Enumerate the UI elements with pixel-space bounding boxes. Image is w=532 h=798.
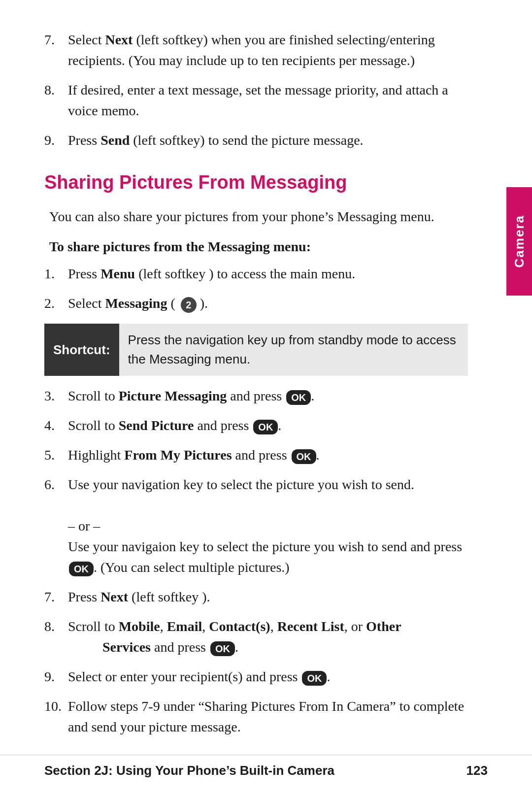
list-content: Press Send (left softkey) to send the pi… [68, 130, 468, 151]
side-tab: Camera [506, 187, 532, 296]
list-number: 9. [44, 130, 68, 151]
footer-right: 123 [466, 763, 488, 778]
bold-text: Send [100, 133, 130, 148]
list-number: 8. [44, 616, 68, 658]
list-number: 6. [44, 474, 68, 578]
footer-left: Section 2J: Using Your Phone’s Built-in … [44, 763, 334, 778]
list-item: 4. Scroll to Send Picture and press OK. [44, 415, 468, 436]
list-number: 4. [44, 415, 68, 436]
page-container: 7. Select Next (left softkey) when you a… [0, 0, 532, 787]
list-content: Scroll to Send Picture and press OK. [68, 415, 468, 436]
list-item: 9. Select or enter your recipient(s) and… [44, 666, 468, 687]
bold-text: Mobile [119, 619, 160, 634]
list-number: 9. [44, 666, 68, 687]
list-number: 1. [44, 264, 68, 284]
intro-text: You can also share your pictures from yo… [49, 206, 468, 227]
ok-badge: OK [292, 449, 316, 464]
bold-text: Email [167, 619, 202, 634]
list-item: 10. Follow steps 7-9 under “Sharing Pict… [44, 696, 468, 737]
shortcut-text: Press the navigation key up from standby… [119, 324, 468, 376]
list-content: If desired, enter a text message, set th… [68, 80, 468, 121]
section-heading: Sharing Pictures From Messaging [44, 170, 468, 195]
list-content: Highlight From My Pictures and press OK. [68, 445, 468, 466]
list-item: 8. Scroll to Mobile, Email, Contact(s), … [44, 616, 468, 658]
list-item: 5. Highlight From My Pictures and press … [44, 445, 468, 466]
bold-text: From My Pictures [124, 447, 232, 463]
top-numbered-list: 7. Select Next (left softkey) when you a… [44, 30, 468, 151]
ok-badge: OK [253, 420, 278, 434]
list-number: 7. [44, 30, 68, 71]
bold-text: Menu [100, 266, 135, 281]
list-content: Use your navigation key to select the pi… [68, 474, 468, 578]
side-tab-text: Camera [512, 215, 527, 267]
ok-badge: OK [302, 671, 327, 686]
bold-text: Contact(s) [209, 619, 270, 634]
bold-text: Next [100, 589, 128, 604]
subheading: To share pictures from the Messaging men… [49, 239, 468, 255]
list-number: 7. [44, 587, 68, 607]
lower-numbered-list: 3. Scroll to Picture Messaging and press… [44, 386, 468, 737]
list-content: Select Next (left softkey) when you are … [68, 30, 468, 71]
list-item: 7. Select Next (left softkey) when you a… [44, 30, 468, 71]
list-content: Follow steps 7-9 under “Sharing Pictures… [68, 696, 468, 737]
list-item: 7. Press Next (left softkey ). [44, 587, 468, 607]
list-content: Press Next (left softkey ). [68, 587, 468, 607]
ok-badge: OK [286, 390, 311, 405]
bold-text: Send Picture [119, 418, 194, 433]
page-footer: Section 2J: Using Your Phone’s Built-in … [0, 755, 532, 778]
main-numbered-list: 1. Press Menu (left softkey ) to access … [44, 264, 468, 314]
num-badge-2: 2 [181, 297, 197, 313]
bold-text: Picture Messaging [119, 388, 227, 403]
list-content: Scroll to Picture Messaging and press OK… [68, 386, 468, 406]
list-item: 9. Press Send (left softkey) to send the… [44, 130, 468, 151]
shortcut-box: Shortcut: Press the navigation key up fr… [44, 324, 468, 376]
list-item: 6. Use your navigation key to select the… [44, 474, 468, 578]
bold-text: Messaging [105, 296, 167, 311]
bold-text: Recent List [277, 619, 344, 634]
ok-badge: OK [210, 641, 235, 656]
list-number: 5. [44, 445, 68, 466]
list-item: 1. Press Menu (left softkey ) to access … [44, 264, 468, 284]
bold-text: Next [105, 32, 133, 47]
ok-badge: OK [69, 562, 94, 576]
list-item: 8. If desired, enter a text message, set… [44, 80, 468, 121]
list-content: Press Menu (left softkey ) to access the… [68, 264, 468, 284]
list-content: Select or enter your recipient(s) and pr… [68, 666, 468, 687]
list-number: 10. [44, 696, 68, 737]
list-content: Select Messaging ( 2 ). [68, 293, 468, 314]
list-content: Scroll to Mobile, Email, Contact(s), Rec… [68, 616, 468, 658]
list-item: 2. Select Messaging ( 2 ). [44, 293, 468, 314]
list-number: 3. [44, 386, 68, 406]
list-number: 8. [44, 80, 68, 121]
or-line: – or – [68, 518, 100, 533]
shortcut-label: Shortcut: [44, 324, 119, 376]
list-item: 3. Scroll to Picture Messaging and press… [44, 386, 468, 406]
list-number: 2. [44, 293, 68, 314]
